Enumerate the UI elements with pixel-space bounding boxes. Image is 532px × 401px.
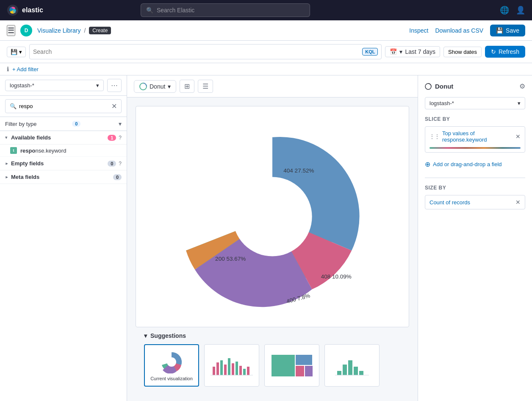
legend-toggle-button[interactable]: ☰ xyxy=(198,80,213,93)
field-name-response: response.keyword xyxy=(20,148,122,154)
filter-by-type-row[interactable]: Filter by type 0 ▾ xyxy=(0,117,127,131)
panel-settings-icon[interactable]: ⚙ xyxy=(519,82,525,90)
field-search-icon: 🔍 xyxy=(10,103,17,109)
svg-rect-17 xyxy=(243,369,246,375)
index-menu-button[interactable]: ⋯ xyxy=(107,79,122,92)
right-panel: Donut ⚙ logstash-* ▾ Slice by ⋮⋮ Top val… xyxy=(418,75,532,401)
svg-rect-13 xyxy=(228,358,230,375)
svg-rect-25 xyxy=(343,365,347,375)
date-range-label: Last 7 days xyxy=(405,48,435,55)
meta-fields-toggle: ▾ xyxy=(4,176,9,178)
query-search-input[interactable]: KQL xyxy=(29,44,382,59)
dropdown-arrow: ▾ xyxy=(19,49,22,55)
show-dates-button[interactable]: Show dates xyxy=(443,47,482,57)
add-field-plus-icon: ⊕ xyxy=(425,160,430,168)
center-panel: Donut ▾ ⊞ ☰ xyxy=(127,75,418,401)
panel-title-text: Donut xyxy=(425,83,453,90)
suggestion-bar[interactable] xyxy=(204,344,259,387)
sync-linked-button[interactable]: ⊞ xyxy=(180,80,194,93)
chart-area: 404 27.52% 200 53.67% 408 10.09% 400 7.8… xyxy=(127,97,418,401)
hamburger-menu[interactable]: ☰ xyxy=(7,25,15,36)
meta-fields-section-header[interactable]: ▾ Meta fields 0 xyxy=(0,170,127,184)
date-range-picker[interactable]: 📅 ▾ Last 7 days xyxy=(385,46,440,57)
meta-fields-title: Meta fields xyxy=(11,174,113,180)
main-layout: logstash-* ▾ ⋯ 🔍 ✕ Filter by type 0 ▾ ▾ … xyxy=(0,75,532,401)
add-field-label: Add or drag-and-drop a field xyxy=(433,161,502,167)
available-fields-section-header[interactable]: ▾ Available fields 1 ? xyxy=(0,131,127,145)
kql-search-field[interactable] xyxy=(33,48,362,55)
inspect-button[interactable]: Inspect xyxy=(409,27,428,34)
empty-fields-section-header[interactable]: ▾ Empty fields 0 ? xyxy=(0,157,127,170)
svg-rect-15 xyxy=(236,362,238,375)
label-200: 200 53.67% xyxy=(215,256,246,262)
suggestion-current[interactable]: Current visualization xyxy=(144,344,199,387)
slice-by-field: ⋮⋮ Top values of response.keyword ✕ xyxy=(425,126,525,153)
field-search-input-wrapper[interactable]: 🔍 ✕ xyxy=(5,99,122,113)
panel-title: Donut ⚙ xyxy=(425,82,525,90)
right-index-label: logstash-* xyxy=(429,100,454,106)
size-field-name[interactable]: Count of records xyxy=(429,199,470,206)
suggestion-treemap[interactable] xyxy=(264,344,319,387)
refresh-button[interactable]: ↻ Refresh xyxy=(485,46,525,58)
suggestion-histogram[interactable] xyxy=(324,344,380,387)
filter-type-label: Filter by type xyxy=(5,121,36,127)
filter-save-dropdown[interactable]: 💾 ▾ xyxy=(7,47,26,57)
index-pattern-dropdown[interactable]: logstash-* ▾ xyxy=(5,80,104,91)
available-fields-count: 1 xyxy=(108,135,116,141)
refresh-icon: ↻ xyxy=(491,48,496,55)
help-icon[interactable]: 🌐 xyxy=(500,6,509,15)
breadcrumb-create: Create xyxy=(89,27,111,34)
remove-size-field-button[interactable]: ✕ xyxy=(515,199,521,206)
add-filter-button[interactable]: + Add filter xyxy=(12,66,39,72)
secondary-navigation: ☰ D Visualize Library / Create Inspect D… xyxy=(0,20,532,41)
save-button[interactable]: 💾 Save xyxy=(490,25,525,36)
search-placeholder: Search Elastic xyxy=(157,7,194,14)
slice-by-label: Slice by xyxy=(425,116,525,122)
elastic-logo[interactable]: elastic xyxy=(7,4,43,16)
user-avatar[interactable]: D xyxy=(20,25,32,36)
add-filter-bar: ℹ + Add filter xyxy=(0,63,532,75)
index-pattern-label: logstash-* xyxy=(10,82,34,89)
svg-point-31 xyxy=(427,85,430,88)
suggestions-grid: Current visualization xyxy=(144,344,401,387)
breadcrumb-separator: / xyxy=(84,27,86,34)
available-fields-title: Available fields xyxy=(11,134,108,141)
slice-field-header: ⋮⋮ Top values of response.keyword ✕ xyxy=(429,130,521,143)
remove-slice-field-button[interactable]: ✕ xyxy=(515,133,521,140)
breadcrumb: Visualize Library / Create xyxy=(37,27,111,34)
global-search-bar[interactable]: 🔍 Search Elastic xyxy=(141,3,310,17)
right-index-chevron: ▾ xyxy=(518,100,521,106)
donut-chart-wrapper: 404 27.52% 200 53.67% 408 10.09% 400 7.8… xyxy=(162,115,382,318)
panel-title-label: Donut xyxy=(435,83,453,90)
slice-field-name[interactable]: Top values of response.keyword xyxy=(442,130,515,143)
kql-badge[interactable]: KQL xyxy=(362,48,378,56)
empty-fields-toggle: ▾ xyxy=(4,162,9,165)
field-type-icon: t xyxy=(10,147,17,154)
suggestion-current-label: Current visualization xyxy=(150,376,193,381)
chart-type-selector[interactable]: Donut ▾ xyxy=(134,80,176,93)
suggestion-histogram-icon xyxy=(335,354,369,377)
clear-search-button[interactable]: ✕ xyxy=(111,102,117,110)
right-panel-index-dropdown[interactable]: logstash-* ▾ xyxy=(425,97,525,109)
size-by-label: Size by xyxy=(425,185,525,191)
suggestions-toggle-icon: ▾ xyxy=(144,332,147,339)
chart-type-label: Donut xyxy=(150,83,165,90)
svg-rect-28 xyxy=(359,371,363,375)
field-item-response-keyword[interactable]: t response.keyword xyxy=(0,145,127,157)
meta-fields-count: 0 xyxy=(113,174,122,180)
download-csv-button[interactable]: Download as CSV xyxy=(435,27,483,34)
breadcrumb-visualize-library[interactable]: Visualize Library xyxy=(37,27,80,34)
chart-type-chevron: ▾ xyxy=(168,83,171,90)
suggestions-header[interactable]: ▾ Suggestions xyxy=(144,327,401,344)
add-field-button[interactable]: ⊕ Add or drag-and-drop a field xyxy=(425,158,525,171)
svg-rect-27 xyxy=(354,367,358,375)
empty-fields-count: 0 xyxy=(108,161,116,167)
suggestions-section: ▾ Suggestions Current visualization xyxy=(136,327,409,395)
index-selector: logstash-* ▾ ⋯ xyxy=(0,75,127,96)
suggestion-donut-icon xyxy=(159,350,184,373)
field-search-field[interactable] xyxy=(19,103,109,109)
user-icon[interactable]: 👤 xyxy=(516,6,525,15)
drag-handle-icon: ⋮⋮ xyxy=(429,134,440,139)
label-408: 408 10.09% xyxy=(321,273,352,280)
divider xyxy=(425,178,525,178)
